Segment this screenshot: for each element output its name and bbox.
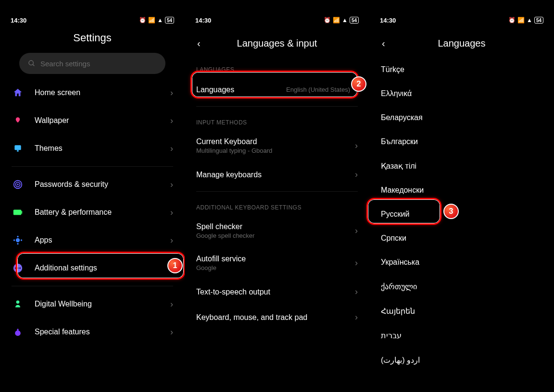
row-manage-keyboards[interactable]: Manage keyboards › — [185, 162, 369, 187]
chevron-right-icon: › — [170, 263, 173, 273]
svg-point-15 — [15, 268, 16, 269]
screen-languages-input: 14:30 ⏰ 📶 ▲ 54 ‹ Languages & input LANGU… — [185, 0, 369, 392]
lang-item[interactable]: Беларуская — [369, 106, 554, 130]
wellbeing-icon — [12, 298, 24, 310]
row-apps[interactable]: Apps › — [0, 226, 185, 254]
back-button[interactable]: ‹ — [382, 38, 385, 49]
chevron-right-icon: › — [355, 226, 358, 236]
lang-item[interactable]: اردو (بھارت) — [369, 348, 554, 372]
section-input: INPUT METHODS — [185, 110, 369, 130]
row-autofill[interactable]: Autofill service Google › — [185, 247, 369, 279]
signal-icon: 📶 — [517, 17, 525, 24]
lang-item[interactable]: Български — [369, 130, 554, 154]
status-time: 14:30 — [195, 17, 211, 24]
languages-value: English (United States) — [286, 86, 350, 94]
section-languages: LANGUAGES — [185, 58, 369, 77]
security-icon — [12, 178, 24, 191]
chevron-right-icon: › — [355, 85, 358, 95]
apps-icon — [12, 234, 24, 246]
signal-icon: 📶 — [148, 17, 155, 24]
header: ‹ Languages & input — [185, 29, 369, 58]
home-icon — [12, 86, 24, 99]
page-title: Languages — [438, 38, 486, 49]
svg-point-13 — [13, 239, 15, 241]
row-additional-settings[interactable]: Additional settings › — [0, 254, 185, 282]
section-additional: ADDITIONAL KEYBOARD SETTINGS — [185, 196, 369, 215]
divider — [196, 106, 358, 107]
chevron-right-icon: › — [355, 141, 358, 151]
row-wellbeing[interactable]: Digital Wellbeing › — [0, 290, 185, 318]
row-current-keyboard[interactable]: Current Keyboard Multilingual typing - G… — [185, 130, 369, 162]
svg-point-0 — [29, 61, 33, 65]
row-languages[interactable]: Languages English (United States) › — [185, 77, 369, 102]
divider — [12, 286, 173, 286]
header: ‹ Languages — [369, 29, 554, 58]
alarm-icon: ⏰ — [139, 17, 146, 24]
lang-item-russian[interactable]: Русский — [369, 202, 554, 226]
wifi-icon: ▲ — [157, 17, 163, 24]
row-tts[interactable]: Text-to-speech output › — [185, 279, 369, 305]
chevron-right-icon: › — [355, 312, 358, 322]
battery-icon: 54 — [534, 17, 543, 24]
svg-point-10 — [17, 236, 18, 237]
status-bar: 14:30 ⏰ 📶 ▲ 54 — [369, 14, 554, 26]
status-icons: ⏰ 📶 ▲ 54 — [139, 17, 174, 24]
chevron-right-icon: › — [170, 88, 173, 98]
row-spell-checker[interactable]: Spell checker Google spell checker › — [185, 215, 369, 247]
search-input[interactable]: Search settings — [19, 53, 165, 74]
row-battery[interactable]: Battery & performance › — [0, 198, 185, 226]
svg-point-9 — [16, 238, 20, 242]
chevron-right-icon: › — [355, 170, 358, 180]
row-passwords[interactable]: Passwords & security › — [0, 171, 185, 198]
lang-item[interactable]: Српски — [369, 226, 554, 250]
status-bar: 14:30 ⏰ 📶 ▲ 54 — [185, 14, 369, 26]
lang-item[interactable]: Türkçe — [369, 58, 554, 82]
chevron-right-icon: › — [170, 116, 173, 126]
lang-item[interactable]: Ελληνικά — [369, 82, 554, 106]
svg-rect-7 — [13, 210, 22, 215]
screen-settings: 14:30 ⏰ 📶 ▲ 54 Settings Search settings … — [0, 0, 185, 392]
status-bar: 14:30 ⏰ 📶 ▲ 54 — [0, 14, 185, 26]
alarm-icon: ⏰ — [324, 17, 331, 24]
chevron-right-icon: › — [170, 299, 173, 309]
back-button[interactable]: ‹ — [197, 38, 201, 49]
status-icons: ⏰ 📶 ▲ 54 — [508, 17, 543, 24]
svg-rect-3 — [17, 150, 18, 151]
wifi-icon: ▲ — [527, 17, 532, 24]
lang-item[interactable]: ქართული — [369, 274, 554, 299]
svg-point-12 — [17, 243, 18, 245]
battery-icon: 54 — [350, 17, 359, 24]
svg-point-6 — [17, 184, 18, 185]
chevron-right-icon: › — [170, 180, 173, 190]
wifi-icon: ▲ — [342, 17, 348, 24]
row-themes[interactable]: Themes › — [0, 135, 185, 162]
row-home-screen[interactable]: Home screen › — [0, 79, 185, 107]
lang-item[interactable]: Հայերեն — [369, 299, 554, 323]
status-time: 14:30 — [11, 17, 26, 24]
screen-languages-list: 14:30 ⏰ 📶 ▲ 54 ‹ Languages Türkçe Ελληνι… — [369, 0, 554, 392]
chevron-right-icon: › — [355, 258, 358, 268]
page-title: Settings — [0, 26, 185, 53]
wallpaper-icon — [12, 114, 24, 127]
status-icons: ⏰ 📶 ▲ 54 — [324, 17, 359, 24]
special-icon — [12, 326, 24, 338]
svg-rect-20 — [17, 329, 18, 331]
row-wallpaper[interactable]: Wallpaper › — [0, 107, 185, 135]
lang-item[interactable]: עברית — [369, 323, 554, 348]
battery-icon: 54 — [165, 17, 174, 24]
lang-item[interactable]: Македонски — [369, 178, 554, 202]
chevron-right-icon: › — [170, 327, 173, 337]
svg-point-19 — [15, 331, 21, 336]
row-special[interactable]: Special features › — [0, 318, 185, 346]
page-title: Languages & input — [237, 38, 317, 49]
lang-item[interactable]: Қазақ тілі — [369, 154, 554, 178]
svg-point-16 — [17, 268, 19, 269]
search-icon — [28, 60, 36, 67]
svg-rect-8 — [21, 211, 22, 214]
lang-item[interactable]: Українська — [369, 250, 554, 274]
row-kbm[interactable]: Keyboard, mouse, and track pad › — [185, 305, 369, 330]
svg-point-17 — [19, 268, 21, 269]
divider — [196, 191, 358, 192]
divider — [12, 166, 173, 167]
chevron-right-icon: › — [170, 144, 173, 154]
